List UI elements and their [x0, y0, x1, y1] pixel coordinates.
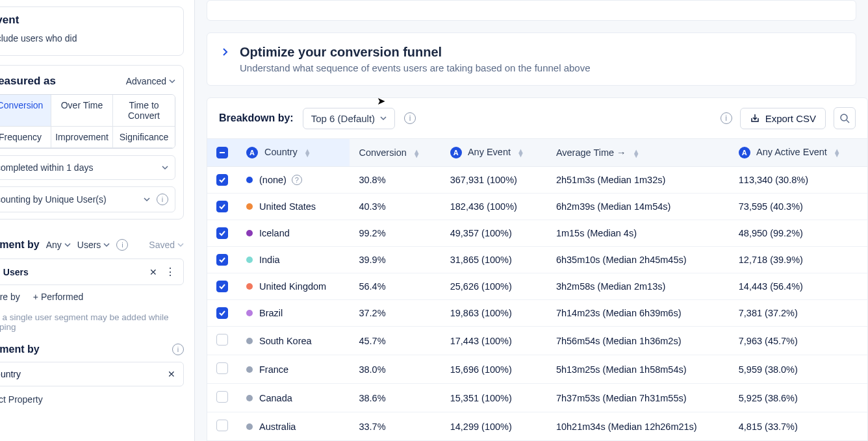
- any-event-cell: 49,357 (100%): [441, 220, 547, 247]
- active-event-cell: 14,443 (56.4%): [730, 273, 867, 300]
- add-performed-button[interactable]: + Performed: [33, 292, 83, 302]
- row-checkbox[interactable]: [216, 227, 228, 239]
- pill-time-to-convert[interactable]: Time to Convert: [113, 95, 175, 127]
- conversion-cell: 30.8%: [350, 167, 440, 194]
- color-dot-icon: [246, 366, 253, 373]
- row-checkbox[interactable]: [216, 254, 228, 266]
- color-dot-icon: [246, 395, 253, 401]
- pill-over-time[interactable]: Over Time: [51, 95, 113, 127]
- sort-icon[interactable]: ▲▼: [304, 149, 311, 157]
- col-any-active-event[interactable]: A Any Active Event ▲▼: [730, 139, 867, 167]
- sort-icon[interactable]: ▲▼: [517, 149, 524, 157]
- avg-time-cell: 6h2m39s (Median 14m54s): [547, 194, 730, 220]
- svg-point-0: [841, 114, 847, 121]
- row-checkbox[interactable]: [216, 420, 228, 431]
- completed-within-label: completed within 1 days: [0, 162, 93, 173]
- col-country[interactable]: A Country ▲▼: [237, 139, 350, 167]
- table-row[interactable]: Canada38.6%15,351 (100%)7h37m53s (Median…: [207, 384, 867, 412]
- col-average-time[interactable]: Average Time → ▲▼: [547, 139, 730, 167]
- optimize-funnel-card[interactable]: Optimize your conversion funnel Understa…: [207, 32, 856, 86]
- country-label: Iceland: [259, 228, 290, 238]
- advanced-label: Advanced: [126, 76, 166, 86]
- completed-within-dropdown[interactable]: completed within 1 days: [0, 155, 175, 180]
- search-button[interactable]: [834, 107, 856, 129]
- breakdown-by-label: Breakdown by:: [219, 112, 294, 124]
- where-by-label[interactable]: where by: [0, 292, 20, 302]
- help-icon[interactable]: ?: [292, 175, 302, 185]
- pill-significance[interactable]: Significance: [113, 127, 175, 148]
- amplitude-badge-icon: A: [450, 147, 462, 158]
- sort-icon[interactable]: ▲▼: [633, 149, 640, 157]
- chevron-down-icon: [64, 242, 71, 248]
- row-checkbox[interactable]: [216, 362, 228, 374]
- sort-icon[interactable]: ▲▼: [413, 149, 420, 157]
- conversion-cell: 99.2%: [350, 220, 440, 247]
- country-label: Australia: [259, 422, 296, 432]
- advanced-toggle[interactable]: Advanced: [126, 76, 175, 86]
- sort-icon[interactable]: ▲▼: [834, 149, 841, 157]
- segment-country-pill[interactable]: Country ✕: [0, 362, 184, 386]
- info-icon[interactable]: i: [172, 344, 184, 355]
- saved-dropdown[interactable]: Saved: [149, 240, 184, 250]
- info-icon[interactable]: i: [116, 239, 128, 251]
- any-event-cell: 25,626 (100%): [441, 273, 547, 300]
- avg-time-cell: 7h56m54s (Median 1h36m2s): [547, 327, 730, 355]
- table-row[interactable]: Australia33.7%14,299 (100%)10h21m34s (Me…: [207, 412, 867, 441]
- color-dot-icon: [246, 230, 253, 236]
- any-event-cell: 182,436 (100%): [441, 194, 547, 220]
- chevron-down-icon: [169, 78, 175, 84]
- chevron-down-icon: [103, 242, 110, 248]
- row-checkbox[interactable]: [216, 334, 228, 346]
- info-icon[interactable]: i: [721, 112, 732, 124]
- pill-frequency[interactable]: Frequency: [0, 127, 51, 148]
- chevron-down-icon: [177, 242, 184, 248]
- table-row[interactable]: United Kingdom56.4%25,626 (100%)3h2m58s …: [207, 273, 867, 300]
- avg-time-cell: 6h35m10s (Median 2h45m45s): [547, 247, 730, 273]
- segment-all-users[interactable]: All Users ✕ ⋮: [0, 258, 184, 285]
- info-icon[interactable]: i: [157, 194, 168, 205]
- any-event-cell: 14,299 (100%): [441, 412, 547, 441]
- close-icon[interactable]: ✕: [149, 267, 157, 277]
- active-event-cell: 12,718 (39.9%): [730, 247, 867, 273]
- table-row[interactable]: South Korea45.7%17,443 (100%)7h56m54s (M…: [207, 327, 867, 355]
- counting-by-dropdown[interactable]: counting by Unique User(s) i: [0, 186, 175, 212]
- add-property-button[interactable]: Select Property: [0, 394, 184, 405]
- chevron-right-icon[interactable]: [222, 45, 228, 58]
- segment-country-label: Country: [0, 369, 21, 379]
- breakdown-select[interactable]: Top 6 (Default): [303, 108, 395, 129]
- pill-improvement[interactable]: Improvement: [51, 127, 113, 148]
- row-checkbox[interactable]: [216, 201, 228, 212]
- table-row[interactable]: France38.0%15,696 (100%)5h13m25s (Median…: [207, 355, 867, 384]
- any-event-cell: 31,865 (100%): [441, 247, 547, 273]
- row-checkbox[interactable]: [216, 281, 228, 292]
- select-all-checkbox[interactable]: [216, 147, 228, 158]
- pill-conversion[interactable]: Conversion: [0, 95, 51, 127]
- segment-any-dropdown[interactable]: Any: [46, 240, 71, 250]
- row-checkbox[interactable]: [216, 391, 228, 403]
- table-row[interactable]: India39.9%31,865 (100%)6h35m10s (Median …: [207, 247, 867, 273]
- export-csv-button[interactable]: Export CSV: [740, 108, 826, 129]
- info-icon[interactable]: i: [404, 112, 416, 124]
- chevron-down-icon: [380, 115, 387, 121]
- table-row[interactable]: (none)?30.8%367,931 (100%)2h51m3s (Media…: [207, 167, 867, 194]
- col-conversion[interactable]: Conversion ▲▼: [350, 139, 440, 167]
- active-event-cell: 7,381 (37.2%): [730, 300, 867, 327]
- sidebar: Event Include users who did Measured as …: [0, 0, 195, 441]
- color-dot-icon: [246, 257, 253, 263]
- table-row[interactable]: United States40.3%182,436 (100%)6h2m39s …: [207, 194, 867, 220]
- row-checkbox[interactable]: [216, 307, 228, 319]
- conversion-cell: 40.3%: [350, 194, 440, 220]
- segment-users-dropdown[interactable]: Users: [77, 240, 110, 250]
- table-row[interactable]: Iceland99.2%49,357 (100%)1m15s (Median 4…: [207, 220, 867, 247]
- select-all-header[interactable]: [207, 139, 237, 167]
- avg-time-cell: 5h13m25s (Median 1h58m54s): [547, 355, 730, 384]
- active-event-cell: 73,595 (40.3%): [730, 194, 867, 220]
- table-row[interactable]: Brazil37.2%19,863 (100%)7h14m23s (Median…: [207, 300, 867, 327]
- close-icon[interactable]: ✕: [168, 369, 175, 379]
- conversion-cell: 38.6%: [350, 384, 440, 412]
- col-any-event[interactable]: A Any Event ▲▼: [441, 139, 547, 167]
- country-label: Canada: [259, 393, 292, 403]
- row-checkbox[interactable]: [216, 174, 228, 186]
- more-icon[interactable]: ⋮: [165, 266, 175, 278]
- segment-by-2-heading: Segment by: [0, 344, 40, 355]
